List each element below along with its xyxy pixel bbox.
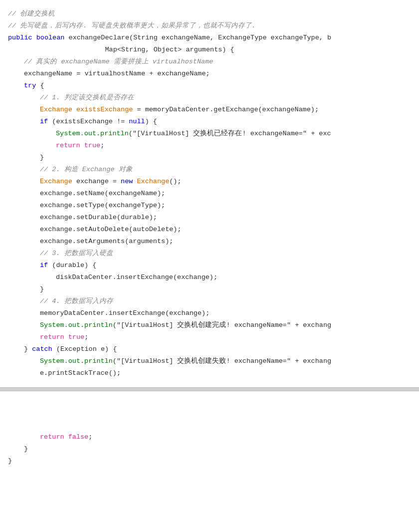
section-divider [0, 387, 419, 391]
code-line: System.out.println("[VirtualHost] 交换机创建完… [0, 319, 419, 331]
code-line: } [0, 443, 419, 455]
code-line: } catch (Exception e) { [0, 343, 419, 355]
code-editor: // 创建交换机// 先写硬盘，后写内存. 写硬盘失败概率更大，如果异常了，也就… [0, 0, 419, 532]
code-line: return false; [0, 431, 419, 443]
code-line-empty [0, 407, 419, 419]
code-line: exchange.setDurable(durable); [0, 212, 419, 224]
code-line: exchange.setName(exchangeName); [0, 188, 419, 200]
code-line: exchange.setArguments(arguments); [0, 236, 419, 248]
code-line: exchange.setType(exchangeType); [0, 200, 419, 212]
code-line: Exchange existsExchange = memoryDataCent… [0, 104, 419, 116]
code-line: } [0, 283, 419, 295]
code-line: exchange.setAutoDelete(autoDelete); [0, 224, 419, 236]
code-line: if (existsExchange != null) { [0, 116, 419, 128]
code-line: } [0, 455, 419, 467]
code-line-empty [0, 419, 419, 431]
code-line: public boolean exchangeDeclare(String ex… [0, 32, 419, 44]
code-line: // 先写硬盘，后写内存. 写硬盘失败概率更大，如果异常了，也就不写内存了. [0, 20, 419, 32]
code-line: try { [0, 80, 419, 92]
code-line: return true; [0, 140, 419, 152]
code-line: exchangeName = virtualhostName + exchang… [0, 68, 419, 80]
code-line: // 1. 判定该交换机是否存在 [0, 92, 419, 104]
code-line: diskDataCenter.insertExchange(exchange); [0, 271, 419, 283]
code-line: return true; [0, 331, 419, 343]
code-line: // 4. 把数据写入内存 [0, 295, 419, 307]
code-line: System.out.println("[VirtualHost] 交换机创建失… [0, 355, 419, 367]
code-line: Exchange exchange = new Exchange(); [0, 176, 419, 188]
code-line: // 真实的 exchangeName 需要拼接上 virtualhostNam… [0, 56, 419, 68]
bottom-code-block: return false;}} [0, 391, 419, 471]
code-line: if (durable) { [0, 260, 419, 271]
code-line: // 2. 构造 Exchange 对象 [0, 164, 419, 176]
code-line: // 创建交换机 [0, 8, 419, 20]
code-line: memoryDataCenter.insertExchange(exchange… [0, 307, 419, 319]
code-line: // 3. 把数据写入硬盘 [0, 248, 419, 260]
main-code-block: // 创建交换机// 先写硬盘，后写内存. 写硬盘失败概率更大，如果异常了，也就… [0, 0, 419, 387]
code-line: Map<String, Object> arguments) { [0, 44, 419, 56]
code-line: } [0, 152, 419, 164]
code-line-empty [0, 395, 419, 407]
code-line: System.out.println("[VirtualHost] 交换机已经存… [0, 128, 419, 140]
code-line: e.printStackTrace(); [0, 367, 419, 379]
